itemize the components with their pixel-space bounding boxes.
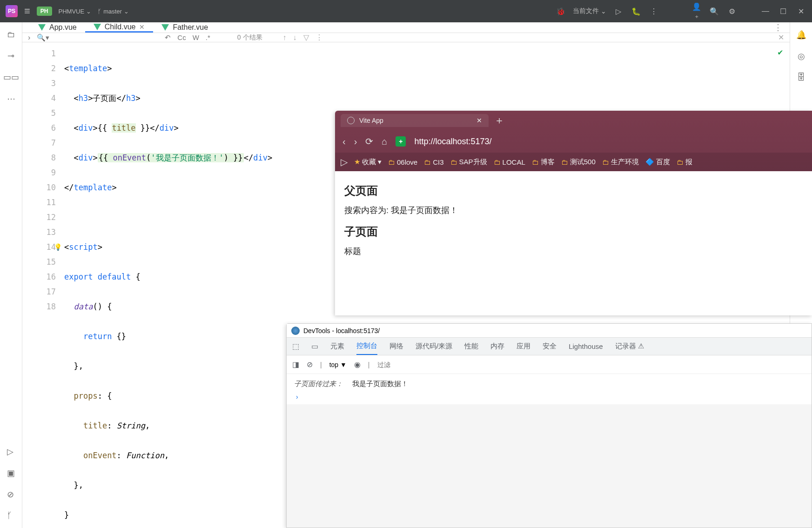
ide-titlebar: PS ≡ PH PHMVUE ⌄ ᚶ master ⌄ 🐞 当前文件 ⌄ ▷ 🐛…	[0, 0, 812, 22]
bookmarks-bar: ▷ ★收藏 ▾ 🗀06love 🗀CI3 🗀SAP升级 🗀LOCAL 🗀博客 🗀…	[335, 153, 812, 171]
project-dropdown[interactable]: PHMVUE ⌄	[59, 8, 92, 15]
ai-assistant-icon[interactable]: ◎	[798, 51, 805, 61]
find-regex-toggle[interactable]: .*	[206, 33, 210, 41]
notifications-icon[interactable]: 🔔	[796, 30, 806, 40]
site-secure-icon[interactable]: +	[396, 136, 406, 147]
window-maximize-icon[interactable]: ☐	[778, 7, 789, 16]
search-icon[interactable]: 🔍	[709, 7, 720, 16]
browser-viewport: 父页面 搜索内容为: 我是子页面数据！ 子页面 标题	[335, 171, 812, 315]
log-message: 我是子页面数据！	[352, 380, 408, 388]
console-filter-input[interactable]	[377, 361, 459, 368]
bookmark-item[interactable]: 🗀测试500	[561, 158, 596, 167]
inspection-ok-icon[interactable]: ✔	[778, 47, 783, 57]
settings-icon[interactable]: ⚙	[726, 7, 738, 16]
structure-tool-icon[interactable]: ▭▭	[3, 72, 19, 82]
vcs-tool-icon[interactable]: ᚶ	[7, 511, 15, 521]
intention-bulb-icon[interactable]: 💡	[54, 240, 62, 254]
find-bar: › 🔍▾ ↶ Cc W .* 0 个结果 ↑ ↓ ▽ ⋮ ✕	[22, 33, 790, 42]
page-text: 标题	[344, 246, 803, 257]
find-more-icon[interactable]: ⋮	[315, 33, 323, 42]
find-results-count: 0 个结果	[237, 33, 262, 42]
bookmark-item[interactable]: 🗀报	[677, 158, 692, 167]
vue-icon	[161, 24, 169, 31]
clear-console-icon[interactable]: ⊘	[307, 360, 313, 369]
bookmark-item[interactable]: 🗀博客	[532, 158, 555, 167]
page-heading: 子页面	[344, 224, 803, 239]
nav-back-icon[interactable]: ‹	[342, 136, 346, 147]
problems-tool-icon[interactable]: ⊘	[7, 489, 15, 500]
close-tab-icon[interactable]: ✕	[476, 117, 482, 124]
devtools-tab-lighthouse[interactable]: Lighthouse	[569, 339, 603, 354]
find-case-toggle[interactable]: Cc	[177, 33, 186, 41]
page-text: 搜索内容为: 我是子页面数据！	[344, 205, 803, 216]
reload-icon[interactable]: ⟳	[365, 136, 373, 147]
find-expand-icon[interactable]: ›	[28, 33, 30, 42]
tab-label: App.vue	[49, 23, 77, 32]
devtools-tab-application[interactable]: 应用	[517, 338, 530, 354]
console-toolbar: ◨ ⊘ | top ▼ ◉ |	[287, 355, 812, 374]
commit-tool-icon[interactable]: ⊸	[7, 51, 14, 61]
console-context-dropdown[interactable]: top ▼	[329, 361, 347, 368]
debug-icon[interactable]: 🐛	[631, 7, 642, 16]
bookmark-item[interactable]: 🔷百度	[645, 158, 670, 167]
devtools-tab-memory[interactable]: 内存	[490, 338, 504, 354]
new-tab-icon[interactable]: ＋	[494, 114, 504, 127]
tab-child-vue[interactable]: Child.vue ✕	[85, 22, 154, 33]
project-tool-icon[interactable]: 🗀	[7, 30, 15, 40]
find-close-icon[interactable]: ✕	[778, 33, 784, 42]
devtools-tab-sources[interactable]: 源代码/来源	[416, 338, 452, 354]
database-tool-icon[interactable]: 🗄	[797, 73, 805, 82]
tab-father-vue[interactable]: Father.vue	[153, 22, 216, 33]
window-close-icon[interactable]: ✕	[795, 7, 806, 16]
sidebar-toggle-icon[interactable]: ▷	[341, 156, 348, 167]
browser-window: Vite App ✕ ＋ ‹ › ⟳ ⌂ + http://localhost:…	[335, 111, 812, 315]
find-down-icon[interactable]: ↓	[293, 33, 297, 42]
devtools-tab-console[interactable]: 控制台	[356, 338, 377, 355]
nav-forward-icon[interactable]: ›	[354, 136, 357, 147]
live-expression-icon[interactable]: ◉	[354, 360, 361, 369]
inspect-element-icon[interactable]: ⬚	[292, 342, 299, 351]
main-menu-icon[interactable]: ≡	[24, 5, 30, 17]
window-minimize-icon[interactable]: —	[760, 7, 771, 15]
tabs-more-icon[interactable]: ⋮	[766, 22, 790, 33]
home-icon[interactable]: ⌂	[382, 136, 387, 147]
tab-app-vue[interactable]: App.vue	[30, 22, 85, 33]
run-config-dropdown[interactable]: 当前文件 ⌄	[573, 7, 606, 15]
console-sidebar-icon[interactable]: ◨	[292, 360, 299, 369]
devtools-tab-performance[interactable]: 性能	[464, 338, 478, 354]
console-prompt[interactable]: ›	[294, 390, 804, 401]
devtools-tab-elements[interactable]: 元素	[330, 338, 344, 354]
left-tool-rail: 🗀 ⊸ ▭▭ ⋯ ▷ ▣ ⊘ ᚶ	[0, 22, 22, 528]
code-with-me-icon[interactable]: 👤₊	[691, 2, 702, 20]
devtools-tabs: ⬚ ▭ 元素 控制台 网络 源代码/来源 性能 内存 应用 安全 Lightho…	[287, 338, 812, 355]
devtools-window: DevTools - localhost:5173/ ⬚ ▭ 元素 控制台 网络…	[286, 323, 812, 528]
device-toggle-icon[interactable]: ▭	[311, 342, 318, 351]
devtools-tab-network[interactable]: 网络	[389, 338, 403, 354]
branch-name: master	[103, 8, 122, 15]
terminal-tool-icon[interactable]: ▣	[7, 468, 15, 478]
devtools-tab-security[interactable]: 安全	[543, 338, 557, 354]
find-prev-match-icon[interactable]: ↶	[165, 33, 171, 42]
bookmark-item[interactable]: 🗀SAP升级	[450, 158, 487, 167]
app-icon: PS	[6, 5, 18, 17]
more-tool-icon[interactable]: ⋯	[7, 94, 15, 104]
bookmark-favorites[interactable]: ★收藏 ▾	[354, 158, 382, 167]
bookmark-item[interactable]: 🗀生产环境	[602, 158, 639, 167]
bookmark-item[interactable]: 🗀06love	[388, 158, 417, 166]
bookmark-item[interactable]: 🗀CI3	[424, 158, 443, 166]
run-icon[interactable]: ▷	[613, 7, 624, 16]
vcs-branch-dropdown[interactable]: ᚶ master ⌄	[98, 8, 129, 15]
close-tab-icon[interactable]: ✕	[139, 23, 145, 31]
devtools-tab-recorder[interactable]: 记录器 ⚠	[615, 338, 644, 354]
address-bar[interactable]: http://localhost:5173/	[414, 137, 491, 147]
find-search-icon[interactable]: 🔍▾	[37, 33, 49, 42]
more-run-icon[interactable]: ⋮	[648, 7, 659, 16]
find-up-icon[interactable]: ↑	[283, 33, 287, 42]
find-word-toggle[interactable]: W	[193, 33, 199, 41]
bug-badge-icon[interactable]: 🐞	[555, 7, 566, 16]
browser-tab[interactable]: Vite App ✕	[341, 114, 489, 127]
bookmark-item[interactable]: 🗀LOCAL	[494, 158, 525, 166]
page-heading: 父页面	[344, 183, 803, 198]
run-tool-icon[interactable]: ▷	[7, 447, 15, 457]
find-filter-icon[interactable]: ▽	[303, 33, 309, 42]
